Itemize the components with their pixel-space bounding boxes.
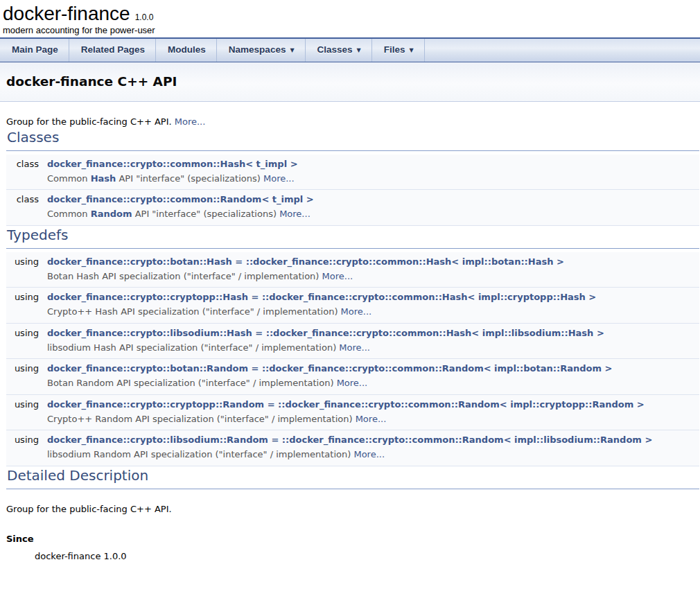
project-version: 1.0.0 (135, 12, 154, 22)
tab-classes[interactable]: Classes ▼ (306, 39, 372, 62)
row-separator (6, 221, 699, 225)
typedefs-table: using docker_finance::crypto::botan::Has… (6, 252, 699, 466)
project-title-row: docker-finance1.0.0 (3, 3, 700, 25)
table-row: class docker_finance::crypto::common::Ra… (6, 190, 699, 207)
member-keyword: using (6, 252, 42, 268)
table-row: Common Random API "interface" (specializ… (6, 206, 699, 221)
tab-namespaces[interactable]: Namespaces ▼ (217, 39, 306, 62)
tab-modules[interactable]: Modules (156, 39, 217, 62)
separator-cell (6, 221, 699, 225)
classes-table: class docker_finance::crypto::common::Ha… (6, 155, 699, 226)
desc-text: Botan Random API specialization ("interf… (47, 378, 337, 388)
desc-spacer-cell (6, 304, 42, 319)
member-keyword: using (6, 288, 42, 304)
table-row: Botan Random API specialization ("interf… (6, 375, 699, 390)
desc-text: libsodium Random API specialization ("in… (47, 449, 353, 459)
more-link[interactable]: More... (339, 342, 370, 353)
typedef-link[interactable]: docker_finance::crypto::botan::Random (47, 363, 248, 374)
more-link[interactable]: More... (341, 306, 372, 317)
member-declaration: docker_finance::crypto::botan::Random = … (42, 359, 699, 376)
desc-spacer-cell (6, 170, 42, 186)
desc-text: libsodium Hash API specialization ("inte… (47, 342, 339, 353)
class-desc-link[interactable]: Random (91, 209, 132, 219)
typedef-rhs: = ::docker_finance::crypto::common::Rand… (264, 399, 645, 410)
tab-label: Main Page (12, 44, 58, 56)
member-description: libsodium Hash API specialization ("inte… (42, 340, 699, 355)
tab-main-page[interactable]: Main Page (0, 39, 69, 62)
table-row: Crypto++ Hash API specialization ("inter… (6, 304, 699, 319)
desc-spacer-cell (6, 446, 42, 462)
tab-label: Related Pages (81, 44, 145, 56)
table-row: using docker_finance::crypto::botan::Ran… (6, 359, 699, 376)
typedef-rhs: = ::docker_finance::crypto::common::Hash… (232, 256, 564, 267)
more-link[interactable]: More... (322, 271, 353, 281)
member-declaration: docker_finance::crypto::common::Random< … (42, 190, 699, 207)
member-keyword: using (6, 359, 42, 376)
tab-label: Files (384, 44, 405, 56)
member-keyword: class (6, 190, 42, 207)
table-row: libsodium Hash API specialization ("inte… (6, 340, 699, 355)
class-link[interactable]: docker_finance::crypto::common::Random< … (47, 194, 314, 204)
section-heading-detailed-description: Detailed Description (6, 466, 699, 489)
desc-text: Crypto++ Random API specialization ("int… (47, 414, 356, 424)
desc-spacer-cell (6, 206, 42, 221)
member-declaration: docker_finance::crypto::cryptopp::Random… (42, 394, 699, 411)
more-link[interactable]: More... (353, 449, 385, 459)
summary-text: Group for the public-facing C++ API. (6, 116, 172, 127)
desc-text: Common (47, 173, 91, 184)
table-row: using docker_finance::crypto::botan::Has… (6, 252, 699, 268)
typedef-link[interactable]: docker_finance::crypto::cryptopp::Hash (47, 292, 248, 302)
desc-text: Crypto++ Hash API specialization ("inter… (47, 306, 341, 317)
member-description: Botan Random API specialization ("interf… (42, 375, 699, 390)
more-link[interactable]: More... (279, 209, 310, 219)
typedef-link[interactable]: docker_finance::crypto::cryptopp::Random (47, 399, 264, 410)
project-brief: modern accounting for the power-user (3, 25, 700, 36)
typedef-rhs: = ::docker_finance::crypto::common::Rand… (248, 363, 612, 374)
table-row: Common Hash API "interface" (specializat… (6, 170, 699, 186)
contents: Group for the public-facing C++ API. Mor… (0, 116, 700, 562)
member-keyword: using (6, 323, 42, 340)
table-row: libsodium Random API specialization ("in… (6, 446, 699, 462)
desc-text: API "interface" (specializations) (132, 209, 280, 219)
page-header: docker-finance C++ API (0, 62, 700, 102)
class-desc-link[interactable]: Hash (91, 173, 116, 184)
member-description: Botan Hash API specialization ("interfac… (42, 268, 699, 283)
member-description: Common Random API "interface" (specializ… (42, 206, 699, 221)
more-link[interactable]: More... (356, 414, 387, 424)
desc-text: API "interface" (specializations) (116, 173, 263, 184)
tab-label: Classes (317, 44, 353, 56)
desc-text: Botan Hash API specialization ("interfac… (47, 271, 322, 281)
more-link[interactable]: More... (263, 173, 295, 184)
member-keyword: using (6, 394, 42, 411)
tab-files[interactable]: Files ▼ (372, 39, 425, 62)
table-row: Botan Hash API specialization ("interfac… (6, 268, 699, 283)
main-nav: Main Page Related Pages Modules Namespac… (0, 37, 700, 62)
typedef-link[interactable]: docker_finance::crypto::libsodium::Hash (47, 328, 252, 338)
masthead: docker-finance1.0.0 modern accounting fo… (0, 0, 700, 37)
summary-more-link[interactable]: More... (175, 116, 206, 127)
typedef-link[interactable]: docker_finance::crypto::libsodium::Rando… (47, 435, 268, 445)
typedef-link[interactable]: docker_finance::crypto::botan::Hash (47, 256, 232, 267)
table-row: Crypto++ Random API specialization ("int… (6, 411, 699, 426)
desc-spacer-cell (6, 411, 42, 426)
since-value: docker-finance 1.0.0 (35, 550, 699, 563)
row-separator (6, 462, 699, 466)
class-link[interactable]: docker_finance::crypto::common::Hash< t_… (47, 159, 298, 169)
typedef-rhs: = ::docker_finance::crypto::common::Hash… (252, 328, 604, 338)
member-declaration: docker_finance::crypto::libsodium::Rando… (42, 430, 699, 447)
desc-spacer-cell (6, 340, 42, 355)
more-link[interactable]: More... (337, 378, 368, 388)
member-declaration: docker_finance::crypto::common::Hash< t_… (42, 155, 699, 170)
since-block: Since docker-finance 1.0.0 (6, 533, 699, 562)
desc-spacer-cell (6, 268, 42, 283)
member-description: libsodium Random API specialization ("in… (42, 446, 699, 462)
table-row: using docker_finance::crypto::cryptopp::… (6, 288, 699, 304)
tab-related-pages[interactable]: Related Pages (69, 39, 156, 62)
member-declaration: docker_finance::crypto::cryptopp::Hash =… (42, 288, 699, 304)
section-heading-classes: Classes (6, 128, 699, 151)
since-label: Since (6, 533, 699, 545)
desc-text: Common (47, 209, 91, 219)
detailed-description-text: Group for the public-facing C++ API. (6, 503, 699, 516)
desc-spacer-cell (6, 375, 42, 390)
page-title: docker-finance C++ API (0, 62, 700, 91)
